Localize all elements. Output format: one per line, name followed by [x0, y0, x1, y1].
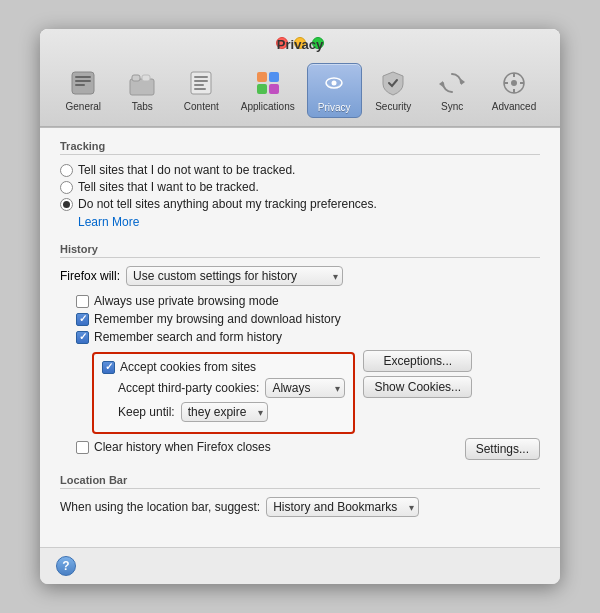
svg-rect-3: [75, 84, 85, 86]
location-bar-header: Location Bar: [60, 474, 540, 489]
svg-rect-10: [194, 84, 204, 86]
third-party-label: Accept third-party cookies:: [118, 381, 259, 395]
preferences-window: Privacy General: [40, 29, 560, 584]
show-cookies-button[interactable]: Show Cookies...: [363, 376, 472, 398]
history-checkbox-group: Always use private browsing mode Remembe…: [76, 294, 540, 460]
history-header: History: [60, 243, 540, 258]
firefox-will-select-wrapper[interactable]: Use custom settings for history: [126, 266, 343, 286]
history-section: History Firefox will: Use custom setting…: [60, 243, 540, 460]
firefox-will-row: Firefox will: Use custom settings for hi…: [60, 266, 540, 286]
title-bar: Privacy General: [40, 29, 560, 127]
applications-label: Applications: [241, 101, 295, 112]
toolbar-item-privacy[interactable]: Privacy: [307, 63, 362, 118]
privacy-label: Privacy: [318, 102, 351, 113]
security-label: Security: [375, 101, 411, 112]
general-label: General: [66, 101, 102, 112]
advanced-icon: [498, 67, 530, 99]
svg-rect-12: [257, 72, 267, 82]
remember-history-label: Remember my browsing and download histor…: [94, 312, 341, 326]
toolbar-item-content[interactable]: Content: [174, 63, 229, 118]
suggest-label: When using the location bar, suggest:: [60, 500, 260, 514]
radio-do-not-tell[interactable]: [60, 198, 73, 211]
tracking-section: Tracking Tell sites that I do not want t…: [60, 140, 540, 229]
remember-search-item[interactable]: Remember search and form history: [76, 330, 540, 344]
radio-no-tell-label: Tell sites that I do not want to be trac…: [78, 163, 295, 177]
checkbox-accept-cookies[interactable]: [102, 361, 115, 374]
location-bar-row: When using the location bar, suggest: Hi…: [60, 497, 540, 517]
svg-rect-14: [257, 84, 267, 94]
learn-more-link[interactable]: Learn More: [78, 215, 540, 229]
svg-rect-8: [194, 76, 208, 78]
private-browse-label: Always use private browsing mode: [94, 294, 279, 308]
tracking-option-no-tell[interactable]: Tell sites that I do not want to be trac…: [60, 163, 540, 177]
applications-icon: [252, 67, 284, 99]
cookies-buttons: Exceptions... Show Cookies...: [363, 348, 472, 398]
toolbar-item-sync[interactable]: Sync: [425, 63, 480, 118]
cookies-box: Accept cookies from sites Accept third-p…: [92, 352, 355, 434]
svg-rect-1: [75, 76, 91, 78]
help-button[interactable]: ?: [56, 556, 76, 576]
clear-history-label: Clear history when Firefox closes: [94, 440, 271, 454]
toolbar-item-applications[interactable]: Applications: [233, 63, 303, 118]
svg-rect-11: [194, 88, 206, 90]
advanced-label: Advanced: [492, 101, 536, 112]
sync-icon: [436, 67, 468, 99]
radio-yes-tell-label: Tell sites that I want to be tracked.: [78, 180, 259, 194]
privacy-icon: [318, 68, 350, 100]
svg-point-21: [511, 80, 517, 86]
cookies-section-row: Accept cookies from sites Accept third-p…: [76, 348, 540, 438]
svg-marker-18: [461, 79, 465, 85]
svg-rect-15: [269, 84, 279, 94]
toolbar-item-general[interactable]: General: [56, 63, 111, 118]
checkbox-clear-history[interactable]: [76, 441, 89, 454]
private-browse-item[interactable]: Always use private browsing mode: [76, 294, 540, 308]
content-icon: [185, 67, 217, 99]
third-party-row: Accept third-party cookies: Always: [118, 378, 345, 398]
toolbar-item-tabs[interactable]: Tabs: [115, 63, 170, 118]
remember-search-label: Remember search and form history: [94, 330, 282, 344]
keep-until-select-wrapper[interactable]: they expire: [181, 402, 268, 422]
checkbox-remember-history[interactable]: [76, 313, 89, 326]
firefox-will-select[interactable]: Use custom settings for history: [126, 266, 343, 286]
clear-history-row: Clear history when Firefox closes Settin…: [76, 438, 540, 460]
svg-rect-7: [191, 72, 211, 94]
general-icon: [67, 67, 99, 99]
toolbar: General Tabs: [46, 59, 554, 126]
svg-rect-6: [142, 75, 150, 81]
svg-rect-9: [194, 80, 208, 82]
bottom-bar: ?: [40, 547, 560, 584]
tracking-header: Tracking: [60, 140, 540, 155]
suggest-select-wrapper[interactable]: History and Bookmarks: [266, 497, 419, 517]
keep-until-select[interactable]: they expire: [181, 402, 268, 422]
svg-point-17: [332, 81, 337, 86]
tabs-icon: [126, 67, 158, 99]
checkbox-private-browse[interactable]: [76, 295, 89, 308]
exceptions-button[interactable]: Exceptions...: [363, 350, 472, 372]
settings-button[interactable]: Settings...: [465, 438, 540, 460]
clear-history-item[interactable]: Clear history when Firefox closes: [76, 440, 271, 454]
tabs-label: Tabs: [132, 101, 153, 112]
tracking-radio-group: Tell sites that I do not want to be trac…: [60, 163, 540, 211]
svg-rect-0: [72, 72, 94, 94]
radio-no-tell[interactable]: [60, 164, 73, 177]
toolbar-item-security[interactable]: Security: [366, 63, 421, 118]
radio-yes-tell[interactable]: [60, 181, 73, 194]
svg-rect-2: [75, 80, 91, 82]
tracking-option-do-not-tell[interactable]: Do not tell sites anything about my trac…: [60, 197, 540, 211]
accept-cookies-label: Accept cookies from sites: [120, 360, 256, 374]
toolbar-item-advanced[interactable]: Advanced: [484, 63, 544, 118]
third-party-select-wrapper[interactable]: Always: [265, 378, 345, 398]
radio-do-not-tell-label: Do not tell sites anything about my trac…: [78, 197, 377, 211]
checkbox-remember-search[interactable]: [76, 331, 89, 344]
svg-marker-19: [439, 81, 443, 87]
location-bar-section: Location Bar When using the location bar…: [60, 474, 540, 517]
third-party-select[interactable]: Always: [265, 378, 345, 398]
tracking-option-yes-tell[interactable]: Tell sites that I want to be tracked.: [60, 180, 540, 194]
keep-until-row: Keep until: they expire: [118, 402, 345, 422]
accept-cookies-item[interactable]: Accept cookies from sites: [102, 360, 345, 374]
suggest-select[interactable]: History and Bookmarks: [266, 497, 419, 517]
svg-rect-5: [132, 75, 140, 81]
main-content: Tracking Tell sites that I do not want t…: [40, 127, 560, 547]
remember-history-item[interactable]: Remember my browsing and download histor…: [76, 312, 540, 326]
svg-rect-13: [269, 72, 279, 82]
